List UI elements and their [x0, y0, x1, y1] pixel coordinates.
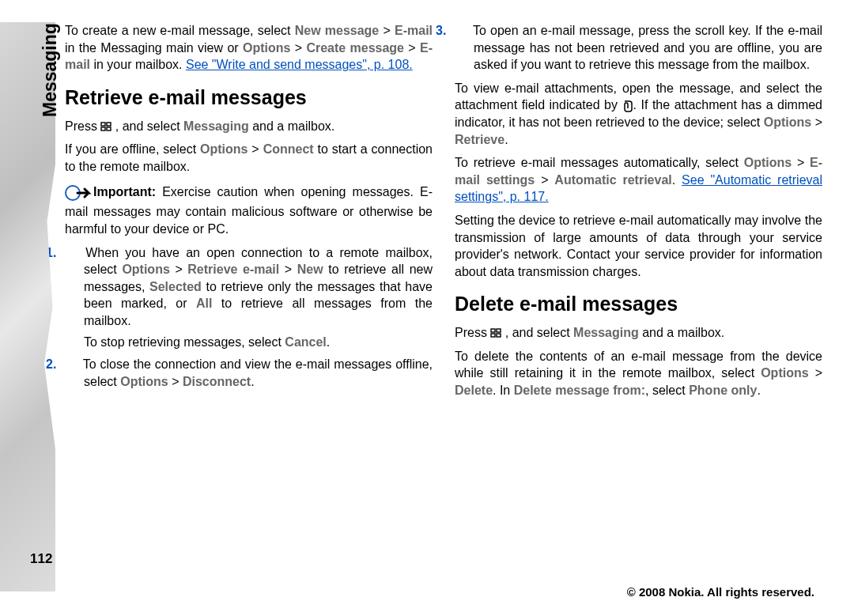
svg-rect-5	[491, 329, 495, 332]
important-icon	[65, 183, 92, 203]
svg-rect-1	[107, 123, 111, 126]
svg-rect-7	[491, 334, 495, 337]
paragraph-attachments: To view e-mail attachments, open the mes…	[455, 80, 822, 148]
sidebar: Messaging 112	[0, 22, 65, 600]
list-item-2: 2. To close the connection and view the …	[65, 356, 433, 390]
paragraph-create-message: To create a new e-mail message, select N…	[65, 22, 433, 74]
svg-rect-8	[497, 334, 501, 337]
heading-delete: Delete e-mail messages	[455, 291, 822, 318]
attachment-icon	[622, 100, 633, 112]
important-label: Important:	[93, 186, 156, 199]
link-write-send[interactable]: See "Write and send messages", p. 108.	[186, 58, 413, 71]
paragraph-delete-contents: To delete the contents of an e-mail mess…	[455, 348, 822, 399]
right-column: 3. To open an e-mail message, press the …	[455, 22, 822, 600]
manual-page: Messaging 112 To create a new e-mail mes…	[0, 0, 854, 616]
list-number-2: 2.	[65, 356, 79, 373]
svg-rect-2	[101, 127, 105, 130]
svg-rect-0	[101, 123, 105, 126]
svg-rect-3	[107, 127, 111, 130]
menu-key-icon	[490, 326, 501, 337]
menu-key-icon	[100, 119, 111, 130]
footer-copyright: © 2008 Nokia. All rights reserved.	[627, 584, 814, 600]
heading-retrieve: Retrieve e-mail messages	[65, 85, 433, 111]
page-number: 112	[30, 550, 52, 569]
list-item-1-sub: To stop retrieving messages, select Canc…	[65, 334, 433, 351]
left-column: To create a new e-mail message, select N…	[65, 22, 433, 600]
list-number-1: 1.	[65, 244, 79, 262]
paragraph-data-charges: Setting the device to retrieve e-mail au…	[455, 212, 822, 280]
paragraph-auto-retrieve: To retrieve e-mail messages automaticall…	[455, 154, 822, 206]
important-note: Important: Exercise caution when opening…	[65, 183, 433, 237]
list-item-3: 3. To open an e-mail message, press the …	[455, 22, 822, 74]
section-title: Messaging	[38, 23, 62, 117]
paragraph-press-select: Press , and select Messaging and a mailb…	[65, 118, 433, 135]
content-area: To create a new e-mail message, select N…	[65, 22, 822, 600]
paragraph-press-select-2: Press , and select Messaging and a mailb…	[455, 324, 822, 342]
list-number-3: 3.	[455, 22, 469, 40]
list-item-1: 1. When you have an open connection to a…	[65, 244, 433, 330]
svg-rect-6	[497, 329, 501, 332]
paragraph-offline: If you are offline, select Options > Con…	[65, 141, 433, 175]
